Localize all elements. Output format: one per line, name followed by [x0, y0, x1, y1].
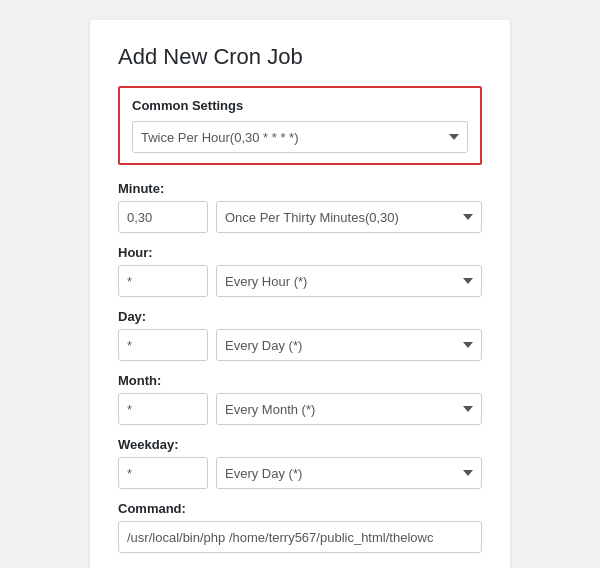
month-select[interactable]: Every Month (*) January (1) February (2)	[216, 393, 482, 425]
hour-select[interactable]: Every Hour (*) Once Per Day (0)	[216, 265, 482, 297]
common-settings-section: Common Settings Twice Per Hour(0,30 * * …	[118, 86, 482, 165]
month-label: Month:	[118, 373, 482, 388]
day-input[interactable]	[118, 329, 208, 361]
minute-label: Minute:	[118, 181, 482, 196]
hour-input[interactable]	[118, 265, 208, 297]
minute-select[interactable]: Once Per Thirty Minutes(0,30) Every Minu…	[216, 201, 482, 233]
common-settings-select[interactable]: Twice Per Hour(0,30 * * * *) Once Per Mi…	[132, 121, 468, 153]
hour-inputs: Every Hour (*) Once Per Day (0)	[118, 265, 482, 297]
weekday-select[interactable]: Every Day (*) Monday (1) Tuesday (2)	[216, 457, 482, 489]
month-input[interactable]	[118, 393, 208, 425]
command-input[interactable]	[118, 521, 482, 553]
hour-field-row: Hour: Every Hour (*) Once Per Day (0)	[118, 245, 482, 297]
command-field-row: Command:	[118, 501, 482, 553]
page-title: Add New Cron Job	[118, 44, 482, 70]
month-inputs: Every Month (*) January (1) February (2)	[118, 393, 482, 425]
weekday-label: Weekday:	[118, 437, 482, 452]
cron-job-form: Add New Cron Job Common Settings Twice P…	[90, 20, 510, 568]
day-field-row: Day: Every Day (*) First Day of Month (1…	[118, 309, 482, 361]
day-inputs: Every Day (*) First Day of Month (1)	[118, 329, 482, 361]
common-settings-label: Common Settings	[132, 98, 468, 113]
command-label: Command:	[118, 501, 482, 516]
hour-label: Hour:	[118, 245, 482, 260]
minute-field-row: Minute: Once Per Thirty Minutes(0,30) Ev…	[118, 181, 482, 233]
weekday-field-row: Weekday: Every Day (*) Monday (1) Tuesda…	[118, 437, 482, 489]
month-field-row: Month: Every Month (*) January (1) Febru…	[118, 373, 482, 425]
weekday-input[interactable]	[118, 457, 208, 489]
weekday-inputs: Every Day (*) Monday (1) Tuesday (2)	[118, 457, 482, 489]
day-label: Day:	[118, 309, 482, 324]
minute-inputs: Once Per Thirty Minutes(0,30) Every Minu…	[118, 201, 482, 233]
day-select[interactable]: Every Day (*) First Day of Month (1)	[216, 329, 482, 361]
minute-input[interactable]	[118, 201, 208, 233]
